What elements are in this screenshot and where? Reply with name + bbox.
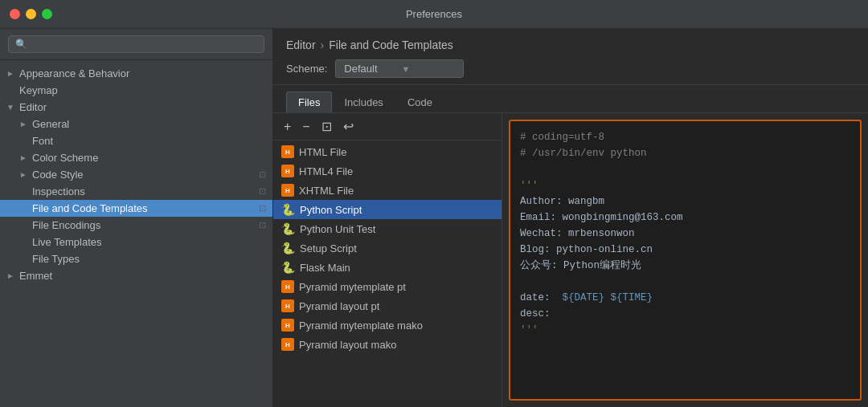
sidebar-tree: Appearance & BehaviorKeymapEditorGeneral… (0, 60, 272, 407)
sidebar-item-code-style[interactable]: Code Style⊡ (0, 166, 272, 183)
sidebar-item-keymap[interactable]: Keymap (0, 82, 272, 99)
copy-icon-file-encodings: ⊡ (259, 220, 266, 230)
file-item-flask-main[interactable]: 🐍Flask Main (273, 258, 502, 277)
file-item-html-file[interactable]: HHTML File (273, 142, 502, 161)
file-label-xhtml-file: XHTML File (299, 185, 354, 197)
copy-icon-code-style: ⊡ (259, 169, 266, 180)
file-icon-pyramid-mytemplate-mako: H (281, 319, 294, 332)
file-item-pyramid-mytemplate-pt[interactable]: HPyramid mytemplate pt (273, 277, 502, 296)
sidebar-item-inspections[interactable]: Inspections⊡ (0, 183, 272, 200)
python-icon: 🐍 (281, 222, 295, 235)
content-header: Editor › File and Code Templates Scheme:… (273, 29, 868, 85)
tree-arrow-emmet (6, 271, 19, 280)
maximize-button[interactable] (42, 9, 52, 19)
titlebar: Preferences (0, 0, 868, 29)
sidebar-item-editor[interactable]: Editor (0, 99, 272, 116)
file-label-pyramid-mytemplate-pt: Pyramid mytemplate pt (299, 281, 406, 293)
search-icon: 🔍 (15, 39, 27, 50)
breadcrumb-separator: › (321, 39, 325, 51)
sidebar-label-code-style: Code Style (32, 169, 84, 181)
sidebar-label-inspections: Inspections (32, 185, 85, 197)
file-item-python-script[interactable]: 🐍Python Script (273, 200, 502, 219)
file-label-html4-file: HTML4 File (299, 165, 353, 177)
file-label-html-file: HTML File (299, 146, 346, 158)
scheme-row: Scheme: Default ▼ (286, 59, 855, 78)
file-label-flask-main: Flask Main (300, 262, 350, 274)
tree-arrow-appearance (6, 69, 19, 78)
copy-icon-file-and-code-templates: ⊡ (259, 203, 266, 214)
file-item-setup-script[interactable]: 🐍Setup Script (273, 238, 502, 258)
file-item-python-unit-test[interactable]: 🐍Python Unit Test (273, 219, 502, 238)
reset-template-button[interactable]: ↩ (341, 118, 356, 135)
tab-files[interactable]: Files (286, 92, 332, 112)
sidebar-label-editor: Editor (19, 101, 47, 113)
sidebar-label-color-scheme: Color Scheme (32, 152, 98, 164)
file-icon-setup-script: 🐍 (281, 242, 295, 254)
sidebar-item-color-scheme[interactable]: Color Scheme (0, 149, 272, 166)
tree-arrow-color-scheme (19, 153, 32, 162)
minimize-button[interactable] (26, 9, 36, 19)
sidebar-label-font: Font (32, 135, 53, 147)
search-wrapper[interactable]: 🔍 (8, 35, 264, 53)
python-icon: 🐍 (281, 242, 295, 254)
scheme-dropdown[interactable]: Default ▼ (335, 59, 464, 78)
sidebar-item-font[interactable]: Font (0, 132, 272, 149)
copy-template-button[interactable]: ⊡ (319, 118, 334, 135)
sidebar-item-file-encodings[interactable]: File Encodings⊡ (0, 217, 272, 234)
html-icon: H (281, 319, 294, 332)
sidebar: 🔍 Appearance & BehaviorKeymapEditorGener… (0, 29, 273, 407)
file-list-panel: + − ⊡ ↩ HHTML FileHHTML4 FileHXHTML File… (273, 113, 502, 407)
file-icon-flask-main: 🐍 (281, 261, 295, 274)
file-icon-html4-file: H (281, 165, 294, 177)
sidebar-label-keymap: Keymap (19, 84, 58, 96)
tab-includes[interactable]: Includes (332, 92, 395, 112)
tree-arrow-general (19, 120, 32, 128)
file-label-python-script: Python Script (300, 204, 362, 216)
file-icon-html-file: H (281, 145, 294, 158)
html-icon: H (281, 338, 294, 351)
python-icon: 🐍 (281, 203, 295, 216)
file-label-setup-script: Setup Script (300, 242, 357, 254)
window-title: Preferences (406, 8, 462, 20)
search-input[interactable] (31, 39, 257, 50)
tab-code[interactable]: Code (395, 92, 444, 112)
file-item-html4-file[interactable]: HHTML4 File (273, 161, 502, 181)
html-icon: H (281, 145, 294, 158)
scheme-value: Default (344, 63, 377, 75)
template-area: + − ⊡ ↩ HHTML FileHHTML4 FileHXHTML File… (273, 113, 868, 407)
file-label-pyramid-layout-mako: Pyramid layout mako (299, 339, 396, 351)
sidebar-label-file-encodings: File Encodings (32, 219, 100, 231)
file-item-pyramid-mytemplate-mako[interactable]: HPyramid mytemplate mako (273, 315, 502, 335)
main-layout: 🔍 Appearance & BehaviorKeymapEditorGener… (0, 29, 868, 407)
file-icon-pyramid-layout-mako: H (281, 338, 294, 351)
file-label-python-unit-test: Python Unit Test (300, 223, 375, 235)
file-item-xhtml-file[interactable]: HXHTML File (273, 181, 502, 200)
sidebar-item-file-and-code-templates[interactable]: File and Code Templates⊡ (0, 200, 272, 217)
code-editor[interactable]: # coding=utf-8 # /usr/bin/env python '''… (509, 120, 862, 401)
sidebar-item-live-templates[interactable]: Live Templates (0, 234, 272, 250)
sidebar-item-emmet[interactable]: Emmet (0, 267, 272, 284)
sidebar-item-file-types[interactable]: File Types (0, 250, 272, 267)
html-icon: H (281, 280, 294, 293)
file-list: HHTML FileHHTML4 FileHXHTML File🐍Python … (273, 140, 502, 407)
html-icon: H (281, 184, 294, 197)
remove-template-button[interactable]: − (300, 119, 312, 135)
content-area: Editor › File and Code Templates Scheme:… (273, 29, 868, 407)
breadcrumb-current: File and Code Templates (329, 39, 453, 51)
close-button[interactable] (10, 9, 20, 19)
sidebar-label-general: General (32, 118, 69, 130)
html-icon: H (281, 165, 294, 177)
add-template-button[interactable]: + (281, 119, 293, 135)
file-item-pyramid-layout-pt[interactable]: HPyramid layout pt (273, 296, 502, 315)
sidebar-item-general[interactable]: General (0, 116, 272, 132)
sidebar-label-appearance: Appearance & Behavior (19, 67, 129, 79)
tree-arrow-editor (6, 103, 19, 112)
sidebar-item-appearance[interactable]: Appearance & Behavior (0, 65, 272, 82)
copy-icon-inspections: ⊡ (259, 186, 266, 197)
search-box: 🔍 (0, 29, 272, 60)
file-label-pyramid-mytemplate-mako: Pyramid mytemplate mako (299, 319, 423, 332)
python-icon: 🐍 (281, 261, 295, 274)
chevron-down-icon: ▼ (402, 64, 411, 74)
file-item-pyramid-layout-mako[interactable]: HPyramid layout mako (273, 335, 502, 354)
sidebar-label-emmet: Emmet (19, 270, 52, 282)
